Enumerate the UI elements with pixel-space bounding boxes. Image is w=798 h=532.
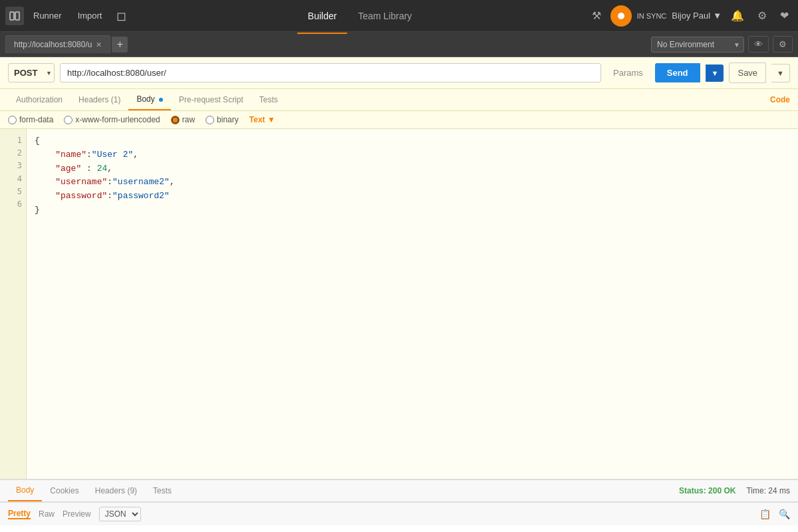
form-data-radio[interactable] xyxy=(8,116,17,124)
builder-tab[interactable]: Builder xyxy=(297,7,348,25)
urlencoded-radio[interactable] xyxy=(64,116,72,124)
body-tab[interactable]: Body xyxy=(128,89,171,110)
pre-request-tab[interactable]: Pre-request Script xyxy=(171,90,251,110)
response-status: Status: 200 OK Time: 24 ms xyxy=(679,486,790,495)
tab-bar: http://localhost:8080/u ✕ + No Environme… xyxy=(0,32,798,57)
method-wrapper: POST GET PUT DELETE PATCH xyxy=(8,63,55,82)
raw-radio[interactable] xyxy=(171,116,180,124)
top-navigation: Runner Import ◻ Builder Team Library ⚒ I… xyxy=(0,0,798,32)
add-tab-button[interactable]: + xyxy=(112,37,128,53)
heart-icon-button[interactable]: ❤ xyxy=(776,7,793,25)
nav-center: Builder Team Library xyxy=(132,7,587,25)
raw-label: raw xyxy=(182,115,195,124)
close-tab-button[interactable]: ✕ xyxy=(96,41,102,49)
response-headers-tab[interactable]: Headers (9) xyxy=(87,481,145,501)
save-button[interactable]: Save xyxy=(729,63,766,83)
response-tests-tab[interactable]: Tests xyxy=(145,481,180,501)
environment-selector-wrapper: No Environment xyxy=(651,37,744,53)
nav-left: Runner Import ◻ xyxy=(5,7,132,25)
notification-icon-button[interactable]: 🔔 xyxy=(727,7,748,25)
code-content[interactable]: { "name":"User 2", "age" : 24, "username… xyxy=(27,129,798,479)
code-editor-area: 1 2 3 4 5 6 { "name":"User 2", "age" : 2… xyxy=(0,129,798,479)
line-number-4: 4 xyxy=(4,173,22,186)
environment-select[interactable]: No Environment xyxy=(651,37,744,53)
raw-option[interactable]: raw xyxy=(171,115,195,124)
response-area: Body Cookies Headers (9) Tests Status: 2… xyxy=(0,479,798,532)
form-data-option[interactable]: form-data xyxy=(8,115,53,124)
sync-icon xyxy=(610,5,632,27)
settings-button[interactable]: ⚙ xyxy=(773,36,793,53)
response-cookies-tab[interactable]: Cookies xyxy=(42,481,86,501)
import-button[interactable]: Import xyxy=(71,7,109,25)
sidebar-toggle-icon[interactable] xyxy=(5,7,24,25)
binary-radio[interactable] xyxy=(205,116,214,124)
text-label: Text xyxy=(249,115,265,124)
main-content: POST GET PUT DELETE PATCH Params Send ▼ … xyxy=(0,57,798,532)
user-menu-button[interactable]: Bijoy Paul ▼ xyxy=(672,11,722,21)
user-dropdown-icon: ▼ xyxy=(713,11,722,21)
text-type-dropdown[interactable]: Text ▼ xyxy=(249,115,275,124)
binary-option[interactable]: binary xyxy=(205,115,239,124)
code-button[interactable]: Code xyxy=(770,95,790,104)
copy-icon-button[interactable]: 📋 xyxy=(759,509,771,519)
line-number-1: 1 xyxy=(4,134,22,147)
headers-tab[interactable]: Headers (1) xyxy=(70,90,128,110)
runner-button[interactable]: Runner xyxy=(27,7,68,25)
tab-bar-right: No Environment 👁 ⚙ xyxy=(651,36,793,53)
preview-button[interactable]: Preview xyxy=(63,509,91,519)
url-input[interactable] xyxy=(60,63,601,82)
search-icon-button[interactable]: 🔍 xyxy=(779,509,790,519)
tab-label: http://localhost:8080/u xyxy=(14,40,92,49)
profile-icon-button[interactable]: ⚙ xyxy=(753,7,771,25)
response-bottom-bar: Pretty Raw Preview JSON XML HTML Text 📋 … xyxy=(0,502,798,525)
save-dropdown-button[interactable]: ▼ xyxy=(771,64,790,82)
authorization-tab[interactable]: Authorization xyxy=(8,90,70,110)
request-tab-1[interactable]: http://localhost:8080/u ✕ xyxy=(5,35,110,53)
line-number-2: 2 xyxy=(4,147,22,160)
send-dropdown-button[interactable]: ▼ xyxy=(706,65,724,82)
nav-right: ⚒ IN SYNC Bijoy Paul ▼ 🔔 ⚙ ❤ xyxy=(588,5,793,27)
team-library-tab[interactable]: Team Library xyxy=(347,7,422,25)
wrench-icon-button[interactable]: ⚒ xyxy=(588,7,605,25)
params-button[interactable]: Params xyxy=(606,64,650,82)
in-sync-text: IN SYNC xyxy=(637,12,667,20)
status-ok-badge: Status: 200 OK xyxy=(679,486,735,495)
method-select[interactable]: POST GET PUT DELETE PATCH xyxy=(8,63,55,82)
eye-icon-button[interactable]: 👁 xyxy=(748,36,769,53)
request-tabs: Authorization Headers (1) Body Pre-reque… xyxy=(0,89,798,111)
request-section: POST GET PUT DELETE PATCH Params Send ▼ … xyxy=(0,57,798,479)
format-dropdown[interactable]: JSON XML HTML Text xyxy=(99,507,141,521)
send-button[interactable]: Send xyxy=(655,63,700,82)
urlencoded-label: x-www-form-urlencoded xyxy=(75,115,160,124)
svg-rect-1 xyxy=(15,12,19,20)
response-body-tab[interactable]: Body xyxy=(8,480,42,501)
body-dot xyxy=(159,98,163,102)
user-name: Bijoy Paul xyxy=(672,11,710,21)
raw-button[interactable]: Raw xyxy=(39,509,55,519)
line-number-5: 5 xyxy=(4,186,22,198)
tests-tab[interactable]: Tests xyxy=(251,90,286,110)
svg-rect-0 xyxy=(10,12,14,20)
urlencoded-option[interactable]: x-www-form-urlencoded xyxy=(64,115,160,124)
new-tab-button[interactable]: ◻ xyxy=(111,7,132,25)
response-tabs-row: Body Cookies Headers (9) Tests Status: 2… xyxy=(0,480,798,502)
binary-label: binary xyxy=(217,115,239,124)
response-time: Time: 24 ms xyxy=(746,486,790,495)
line-numbers: 1 2 3 4 5 6 xyxy=(0,129,27,479)
line-number-6: 6 xyxy=(4,198,22,211)
pretty-button[interactable]: Pretty xyxy=(8,509,31,519)
line-number-3: 3 xyxy=(4,160,22,172)
request-row: POST GET PUT DELETE PATCH Params Send ▼ … xyxy=(0,57,798,89)
form-data-label: form-data xyxy=(19,115,53,124)
body-options: form-data x-www-form-urlencoded raw bina… xyxy=(0,111,798,129)
